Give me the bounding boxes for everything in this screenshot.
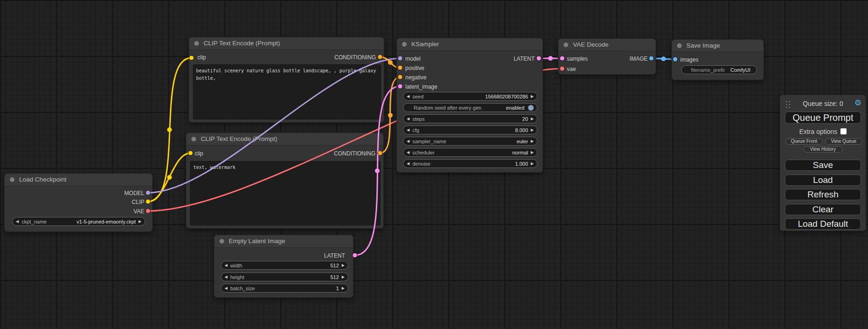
widget-label: cfg xyxy=(412,127,509,133)
widget-value: 20 xyxy=(522,116,528,122)
queue-prompt-button[interactable]: Queue Prompt xyxy=(785,112,861,124)
decrement-arrow-icon[interactable]: ◀ xyxy=(407,126,409,134)
increment-arrow-icon[interactable]: ▶ xyxy=(531,159,534,168)
widget-value: 512 xyxy=(330,274,339,280)
node-title: VAE Decode xyxy=(573,41,608,48)
node-title: Empty Latent Image xyxy=(229,238,285,245)
node-clip-text-encode-negative[interactable]: CLIP Text Encode (Prompt) clip CONDITION… xyxy=(186,133,384,229)
load-default-button[interactable]: Load Default xyxy=(785,218,861,230)
increment-arrow-icon[interactable]: ▶ xyxy=(531,137,534,146)
decrement-arrow-icon[interactable]: ◀ xyxy=(407,137,409,146)
collapse-dot-icon[interactable] xyxy=(219,239,224,244)
input-label-positive: positive xyxy=(397,63,424,73)
widget-cfg[interactable]: ◀ cfg 8.000 ▶ xyxy=(403,126,537,134)
collapse-dot-icon[interactable] xyxy=(194,41,199,46)
node-empty-latent-image[interactable]: Empty Latent Image LATENT ◀ width 512 ▶ … xyxy=(214,235,353,298)
increment-arrow-icon[interactable]: ▶ xyxy=(531,92,534,101)
node-title-bar[interactable]: VAE Decode xyxy=(558,39,656,51)
widget-filename-prefix[interactable]: filename_prefix ComfyUI xyxy=(681,65,757,74)
widget-denoise[interactable]: ◀ denoise 1.000 ▶ xyxy=(403,159,537,168)
widget-label: seed xyxy=(412,94,480,99)
collapse-dot-icon[interactable] xyxy=(402,42,407,47)
decrement-arrow-icon[interactable]: ◀ xyxy=(407,159,409,168)
decrement-arrow-icon[interactable]: ◀ xyxy=(407,92,409,101)
node-title: Save Image xyxy=(686,42,720,49)
toggle-knob-icon[interactable] xyxy=(528,105,534,111)
widget-value: euler xyxy=(516,139,528,144)
decrement-arrow-icon[interactable]: ◀ xyxy=(407,148,409,157)
collapse-dot-icon[interactable] xyxy=(10,177,14,182)
load-button[interactable]: Load xyxy=(785,175,861,186)
widget-label: denoise xyxy=(412,161,509,167)
collapse-dot-icon[interactable] xyxy=(677,43,682,48)
decrement-arrow-icon[interactable]: ◀ xyxy=(225,284,227,293)
node-title-bar[interactable]: Load Checkpoint xyxy=(5,174,152,186)
node-clip-text-encode-positive[interactable]: CLIP Text Encode (Prompt) clip CONDITION… xyxy=(189,37,384,123)
increment-arrow-icon[interactable]: ▶ xyxy=(342,284,345,293)
widget-steps[interactable]: ◀ steps 20 ▶ xyxy=(403,114,537,123)
decrement-arrow-icon[interactable]: ◀ xyxy=(225,261,227,270)
widget-value: 8.000 xyxy=(515,127,528,133)
node-ksampler[interactable]: KSampler model positive negative latent_… xyxy=(396,38,543,173)
extra-options-checkbox[interactable] xyxy=(840,128,847,134)
input-label-clip: clip xyxy=(186,149,203,158)
input-label-model: model xyxy=(397,54,421,63)
clear-button[interactable]: Clear xyxy=(785,204,861,215)
collapse-dot-icon[interactable] xyxy=(191,137,196,141)
widget-value: 1.000 xyxy=(515,161,528,167)
node-vae-decode[interactable]: VAE Decode samples vae IMAGE xyxy=(558,38,656,75)
node-load-checkpoint[interactable]: Load Checkpoint MODEL CLIP VAE ◀ ckpt_na… xyxy=(4,173,153,232)
widget-value: 512 xyxy=(330,263,339,268)
node-save-image[interactable]: Save Image images filename_prefix ComfyU… xyxy=(671,39,764,80)
input-label-images: images xyxy=(672,55,699,64)
save-button[interactable]: Save xyxy=(785,160,861,171)
node-title-bar[interactable]: KSampler xyxy=(397,38,543,51)
widget-height[interactable]: ◀ height 512 ▶ xyxy=(221,273,348,281)
widget-label: width xyxy=(230,263,325,268)
output-label-latent: LATENT xyxy=(514,54,543,63)
node-title-bar[interactable]: CLIP Text Encode (Prompt) xyxy=(189,37,384,50)
prompt-text-positive[interactable]: beautiful scenery nature glass bottle la… xyxy=(193,64,381,119)
widget-scheduler[interactable]: ◀ scheduler normal ▶ xyxy=(403,148,537,157)
decrement-arrow-icon[interactable]: ◀ xyxy=(225,273,227,281)
queue-front-button[interactable]: Queue Front xyxy=(785,138,823,145)
widget-label: batch_size xyxy=(230,286,331,291)
widget-sampler-name[interactable]: ◀ sampler_name euler ▶ xyxy=(403,137,537,146)
collapse-dot-icon[interactable] xyxy=(564,42,568,47)
node-title-bar[interactable]: Empty Latent Image xyxy=(214,235,353,248)
extra-options-label: Extra options xyxy=(799,128,838,135)
node-title: CLIP Text Encode (Prompt) xyxy=(201,135,277,142)
widget-value: ComfyUI xyxy=(730,67,750,73)
widget-value: 1 xyxy=(336,286,339,291)
widget-label: filename_prefix xyxy=(691,67,725,73)
increment-arrow-icon[interactable]: ▶ xyxy=(531,114,534,123)
node-title-bar[interactable]: Save Image xyxy=(672,40,763,52)
output-label-vae: VAE xyxy=(134,207,152,216)
view-queue-button[interactable]: View Queue xyxy=(825,138,862,145)
widget-batch-size[interactable]: ◀ batch_size 1 ▶ xyxy=(221,284,348,293)
widget-ckpt-name[interactable]: ◀ ckpt_name v1-5-pruned-emaonly.ckpt ▶ xyxy=(12,217,145,226)
prompt-text-negative[interactable]: text, watermark xyxy=(190,161,381,225)
node-title: CLIP Text Encode (Prompt) xyxy=(204,40,280,47)
widget-label: Random seed after every gen xyxy=(414,105,501,111)
widget-width[interactable]: ◀ width 512 ▶ xyxy=(221,261,348,270)
widget-seed[interactable]: ◀ seed 156680208700286 ▶ xyxy=(403,92,537,101)
increment-arrow-icon[interactable]: ▶ xyxy=(531,126,534,134)
refresh-button[interactable]: Refresh xyxy=(785,189,861,200)
decrement-arrow-icon[interactable]: ◀ xyxy=(16,217,19,226)
decrement-arrow-icon[interactable]: ◀ xyxy=(407,114,409,123)
increment-arrow-icon[interactable]: ▶ xyxy=(342,273,345,281)
input-label-clip: clip xyxy=(189,53,206,62)
queue-panel[interactable]: Queue size: 0 ⚙ Queue Prompt Extra optio… xyxy=(780,95,866,231)
increment-arrow-icon[interactable]: ▶ xyxy=(342,261,345,270)
queue-size-label: Queue size: 0 xyxy=(780,99,866,108)
node-title-bar[interactable]: CLIP Text Encode (Prompt) xyxy=(186,133,383,146)
increment-arrow-icon[interactable]: ▶ xyxy=(531,148,534,157)
settings-gear-icon[interactable]: ⚙ xyxy=(854,98,861,108)
view-history-button[interactable]: View History xyxy=(803,146,843,153)
output-label-conditioning: CONDITIONING xyxy=(334,149,383,158)
increment-arrow-icon[interactable]: ▶ xyxy=(139,217,141,226)
widget-value: enabled xyxy=(506,105,524,111)
output-label-image: IMAGE xyxy=(629,54,656,63)
widget-random-seed-toggle[interactable]: Random seed after every gen enabled xyxy=(403,103,537,112)
